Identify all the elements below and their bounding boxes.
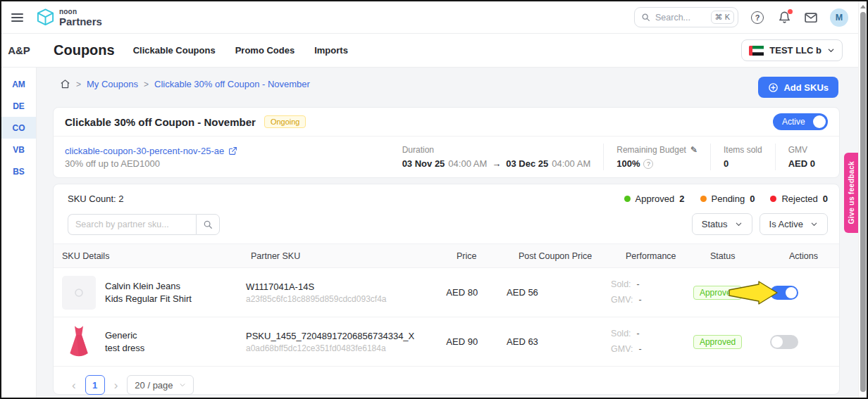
external-link-icon[interactable] — [228, 146, 237, 156]
current-page-button[interactable]: 1 — [85, 375, 105, 395]
breadcrumb-separator: > — [144, 80, 149, 89]
messages-button[interactable] — [803, 10, 819, 25]
toggle-knob — [813, 115, 826, 128]
coupon-code-link[interactable]: clickable-coupon-30-percent-nov-25-ae — [65, 146, 224, 156]
partner-sku-value: PSKU_1455_72048917206856734334_X — [246, 331, 446, 341]
table-row: Calvin Klein Jeans Kids Regular Fit Shir… — [54, 268, 839, 317]
gmv-block: GMV AED 0 — [776, 145, 828, 169]
global-search-input[interactable] — [655, 13, 706, 23]
legend-pending: Pending 0 — [700, 194, 755, 204]
gmv-value: AED 0 — [788, 158, 815, 169]
toggle-knob — [786, 287, 797, 298]
sidebar-item-bs[interactable]: BS — [1, 160, 36, 182]
chevron-down-icon — [735, 220, 743, 228]
legend-approved-count: 2 — [679, 194, 684, 204]
product-title: test dress — [105, 343, 144, 353]
coupon-summary-card: Clickable 30% off Coupon - November Ongo… — [53, 107, 840, 178]
breadcrumb-my-coupons[interactable]: My Coupons — [87, 79, 138, 89]
product-brand: Calvin Klein Jeans — [105, 281, 192, 291]
logo-cube-icon — [36, 8, 55, 27]
chevron-down-icon — [810, 220, 818, 228]
breadcrumb-current-coupon[interactable]: Clickable 30% off Coupon - November — [154, 79, 310, 89]
tab-clickable-coupons[interactable]: Clickable Coupons — [133, 45, 216, 56]
app-window: noon Partners ⌘ K ? M A&P Cou — [0, 0, 868, 399]
sidebar-item-vb[interactable]: VB — [1, 139, 36, 160]
scrollbar-thumb[interactable] — [860, 12, 866, 392]
sidebar-item-am[interactable]: AM — [1, 73, 36, 95]
legend-pending-count: 0 — [750, 194, 755, 204]
gmv-label: GMV: — [611, 293, 633, 308]
scroll-up-arrow-icon[interactable] — [860, 5, 866, 8]
sidebar-item-co[interactable]: CO — [1, 117, 36, 139]
page-tabs: Clickable Coupons Promo Codes Imports — [133, 45, 348, 56]
account-selector[interactable]: TEST LLC b — [741, 39, 843, 61]
sidebar: AM DE CO VB BS — [1, 68, 37, 398]
rejected-dot-icon — [770, 196, 776, 202]
tab-imports[interactable]: Imports — [314, 45, 348, 56]
account-name: TEST LLC b — [769, 45, 822, 56]
status-legend: Approved 2 Pending 0 Rejected 0 — [624, 194, 828, 204]
home-icon[interactable] — [60, 79, 70, 89]
sold-value: - — [637, 277, 640, 292]
sold-value: - — [637, 327, 640, 341]
table-header: SKU Details Partner SKU Price Post Coupo… — [54, 243, 839, 268]
items-sold-block: Items sold 0 — [711, 145, 775, 169]
add-skus-button[interactable]: Add SKUs — [758, 77, 838, 98]
duration-start-time: 04:00 AM — [448, 158, 487, 169]
prev-page-button[interactable]: ‹ — [69, 379, 79, 391]
table-row: Generic test dress PSKU_1455_72048917206… — [54, 317, 839, 367]
gmv-value: - — [639, 342, 642, 357]
image-placeholder-icon — [74, 288, 84, 298]
sidebar-item-de[interactable]: DE — [1, 95, 36, 117]
post-coupon-price-cell: AED 56 — [507, 287, 611, 298]
toggle-knob — [771, 336, 783, 348]
edit-budget-icon[interactable]: ✎ — [690, 145, 698, 155]
coupon-subtitle: 30% off up to AED1000 — [65, 158, 390, 169]
keyboard-shortcut-badge: ⌘ K — [711, 11, 734, 24]
is-active-filter-dropdown[interactable]: Is Active — [760, 213, 828, 235]
budget-label: Remaining Budget — [616, 145, 686, 155]
page-size-select[interactable]: 20 / page — [127, 375, 193, 395]
logo-text: noon Partners — [59, 8, 102, 27]
legend-rejected-count: 0 — [823, 194, 828, 204]
status-filter-dropdown[interactable]: Status — [692, 213, 752, 235]
notifications-button[interactable] — [776, 10, 792, 25]
page-size-label: 20 / page — [135, 380, 173, 391]
topbar: noon Partners ⌘ K ? M — [1, 1, 867, 34]
sku-id: a23f85c6fc18c8895d859cdcd093cf4a — [246, 294, 446, 304]
budget-value: 100% — [616, 158, 640, 169]
post-coupon-price-value: AED 56 — [507, 287, 538, 298]
legend-approved-label: Approved — [636, 194, 675, 204]
duration-block: Duration 03 Nov 25 04:00 AM → 03 Dec 25 … — [390, 145, 604, 169]
menu-icon[interactable] — [11, 13, 23, 22]
global-search[interactable]: ⌘ K — [634, 7, 738, 27]
remaining-budget-block: Remaining Budget ✎ 100% ? — [604, 145, 710, 169]
main-content: > My Coupons > Clickable 30% off Coupon … — [37, 68, 858, 398]
scrollbar[interactable] — [858, 1, 867, 398]
notification-dot — [788, 9, 793, 14]
coupon-card-body: clickable-coupon-30-percent-nov-25-ae 30… — [54, 137, 839, 177]
next-page-button[interactable]: › — [111, 379, 121, 391]
sku-active-toggle[interactable] — [770, 335, 798, 349]
help-button[interactable]: ? — [750, 10, 765, 25]
product-name: Calvin Klein Jeans Kids Regular Fit Shir… — [105, 281, 192, 304]
chevron-down-icon — [827, 46, 835, 54]
sku-count-label: SKU Count: 2 — [68, 194, 124, 204]
sku-id: a0ad68bff5dc12ce351fd0483fe6184a — [246, 343, 446, 353]
feedback-tab[interactable]: Give us feedback — [844, 153, 858, 233]
items-sold-value: 0 — [724, 158, 728, 169]
coupon-title: Clickable 30% off Coupon - November — [65, 116, 256, 128]
coupon-active-toggle[interactable]: Active — [773, 113, 828, 130]
tab-promo-codes[interactable]: Promo Codes — [235, 45, 295, 56]
avatar[interactable]: M — [830, 8, 848, 27]
annotation-arrow-icon — [728, 280, 779, 305]
pending-dot-icon — [700, 196, 707, 202]
sku-search-button[interactable] — [196, 214, 220, 235]
duration-end-date: 03 Dec 25 — [506, 158, 548, 169]
noon-partners-logo[interactable]: noon Partners — [36, 8, 102, 27]
question-circle-icon[interactable]: ? — [643, 159, 653, 169]
coupon-card-header: Clickable 30% off Coupon - November Ongo… — [54, 108, 839, 137]
partner-sku-cell: W1117041A-14S a23f85c6fc18c8895d859cdcd0… — [246, 281, 446, 304]
sku-search-input[interactable] — [68, 214, 196, 235]
plus-circle-icon — [768, 82, 779, 93]
